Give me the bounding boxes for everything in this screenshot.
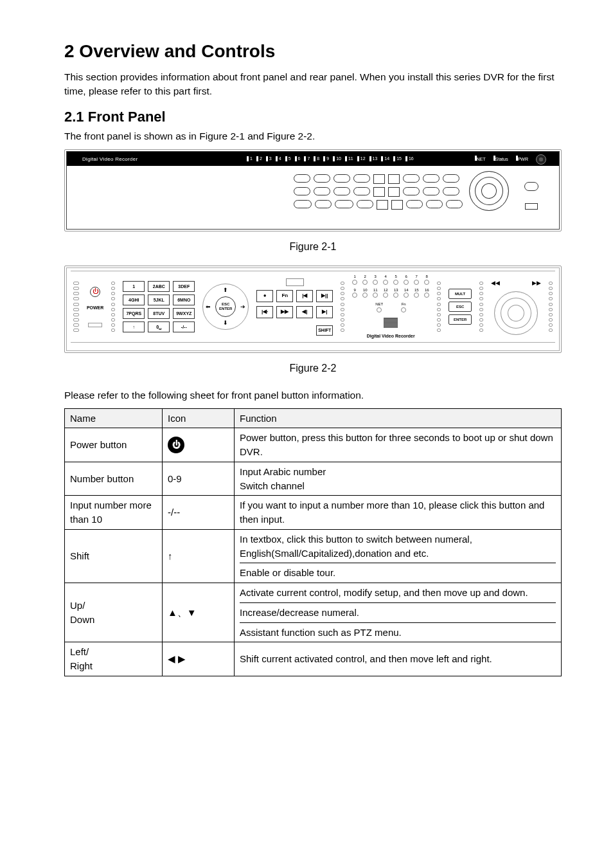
playback-key[interactable]: ▶|| (316, 290, 333, 302)
led-indicator: 10 (362, 287, 368, 298)
table-row: Power button⏻Power button, press this bu… (65, 428, 562, 462)
top-right-indicators: NETStatusPWR (475, 154, 546, 165)
panel-button[interactable]: Enter (443, 174, 459, 183)
panel-button[interactable]: Esc (403, 174, 420, 183)
col-icon: Icon (163, 408, 235, 428)
led-indicator: 16 (424, 287, 429, 298)
cell-name: Number button (65, 462, 163, 496)
power-label: POWER (87, 305, 103, 311)
panel-button[interactable]: 3DEF (333, 174, 350, 183)
panel-button[interactable]: ▶ (443, 187, 459, 195)
table-intro: Please refer to the following sheet for … (64, 388, 562, 402)
panel-button[interactable]: 9WXYZ (335, 200, 353, 208)
cell-icon: ↑ (163, 529, 235, 583)
panel-button[interactable]: 6MNO (333, 187, 350, 195)
led-indicator: Fn (401, 302, 406, 312)
keypad-key[interactable]: 6MNO (173, 294, 195, 305)
keypad-key[interactable]: 5JKL (148, 294, 170, 305)
keypad-key[interactable]: 3DEF (173, 281, 195, 292)
status-indicator: PWR (516, 156, 528, 163)
cell-icon: ◀ ▶ (163, 642, 235, 676)
panel-button[interactable]: ▼ (423, 187, 440, 195)
channel-indicator: 4 (276, 156, 281, 162)
channel-indicator: 14 (381, 156, 389, 162)
channel-indicator: 12 (357, 156, 366, 162)
channel-indicator: 1 (247, 156, 253, 162)
figure-2-2-caption: Figure 2-2 (64, 361, 562, 375)
keypad-key[interactable]: 0␣ (148, 321, 170, 332)
arrow-right-icon: ➔ (240, 303, 245, 311)
panel-button[interactable]: 5JKL (314, 187, 330, 195)
panel-button[interactable]: 7PQRS (294, 200, 312, 208)
jog-wheel[interactable] (494, 291, 538, 335)
led-indicator: 1 (352, 274, 357, 285)
playback-key[interactable]: |◀ (296, 290, 313, 302)
panel-button[interactable]: ◀| (377, 200, 388, 210)
panel-button[interactable]: ↑ (353, 174, 370, 183)
panel-button[interactable]: 8TUV (315, 200, 332, 208)
keypad-key[interactable]: -/-- (173, 321, 195, 332)
led-indicator: NET (375, 302, 383, 312)
keypad-key[interactable]: 1 (123, 281, 145, 292)
playback-key[interactable]: |◀· (256, 306, 273, 318)
vent-slots-3 (341, 282, 344, 332)
panel-button[interactable]: 4GHI (294, 187, 310, 195)
usb-icon: ⬌ (529, 194, 534, 202)
panel-button[interactable]: ▶ (373, 174, 385, 184)
panel-button[interactable]: ▶| (388, 187, 400, 197)
side-button[interactable]: MULT (449, 289, 472, 299)
panel-button[interactable]: |◀ (373, 187, 385, 197)
shift-key[interactable]: SHIFT (316, 325, 333, 336)
channel-indicator: 9 (323, 156, 329, 162)
power-button[interactable]: ⏻ (90, 287, 100, 297)
front-panel-diagram-1: Digital Video Recorder 12345678910111213… (66, 151, 560, 230)
playback-key[interactable]: ● (256, 290, 273, 302)
panel-button[interactable]: ▶ (388, 174, 400, 184)
keypad-key[interactable]: 8TUV (148, 308, 170, 319)
led-indicator: 15 (414, 287, 419, 298)
panel-button[interactable]: 2ABC (314, 174, 330, 183)
vent-slots-2 (111, 282, 115, 332)
seek-fwd-icon: ▶▶ (532, 279, 541, 287)
panel-button[interactable]: ▲ (423, 174, 440, 183)
led-indicator: 9 (352, 287, 357, 298)
vent-slots-5 (479, 282, 483, 332)
jog-wheel[interactable] (469, 171, 509, 211)
cell-name: Shift (65, 529, 163, 583)
side-button[interactable]: ENTER (449, 314, 472, 325)
panel-button[interactable]: -/-- (357, 200, 373, 208)
usb-port[interactable]: ⬌ (525, 194, 538, 210)
panel-button[interactable]: ◀ (403, 187, 420, 195)
led-indicator-block: 12345678 910111213141516 NETFn Digital V… (352, 274, 429, 339)
playback-key[interactable]: Fn (276, 290, 293, 302)
playback-key[interactable]: ▶| (316, 306, 333, 318)
cell-function: Activate current control, modify setup, … (235, 583, 562, 642)
panel-button[interactable]: 1 (294, 174, 310, 183)
enter-button[interactable]: ESC ENTER (215, 296, 236, 317)
numeric-keypad: 12ABC3DEF4GHI5JKL6MNO7PQRS8TUV9WXYZ↑0␣-/… (123, 281, 195, 332)
playback-key[interactable]: ◀| (296, 306, 313, 318)
keypad-key[interactable]: 2ABC (148, 281, 170, 292)
keypad-key[interactable]: 7PQRS (123, 308, 145, 319)
panel-button[interactable]: 0 (353, 187, 370, 195)
arrow-left-icon: ⬅ (206, 303, 211, 311)
panel-button[interactable]: Fn (406, 200, 423, 208)
ir-window (286, 278, 304, 286)
direction-pad: ⬆ ⬇ ⬅ ➔ ESC ENTER (202, 281, 249, 332)
direction-ring[interactable]: ⬆ ⬇ ⬅ ➔ ESC ENTER (202, 284, 249, 330)
panel-button[interactable]: |▶ (391, 200, 403, 210)
side-button[interactable]: ESC (449, 302, 472, 312)
panel-button[interactable]: Rec (426, 200, 443, 208)
keypad-key[interactable]: ↑ (123, 321, 145, 332)
cell-icon: ▲、▼ (163, 583, 235, 642)
playback-key[interactable]: ▶▶ (276, 306, 293, 318)
keypad-key[interactable]: 4GHI (123, 294, 145, 305)
table-row: Up/ Down▲、▼Activate current control, mod… (65, 583, 562, 642)
channel-indicator: 11 (345, 156, 353, 162)
led-indicator: 14 (404, 287, 409, 298)
panel-button[interactable]: Multi (446, 200, 463, 208)
power-button[interactable]: ⏻ (524, 182, 538, 191)
keypad-key[interactable]: 9WXYZ (173, 308, 195, 319)
seek-fwd-icon: ▶▶ (540, 172, 547, 180)
led-indicator: 13 (393, 287, 398, 298)
